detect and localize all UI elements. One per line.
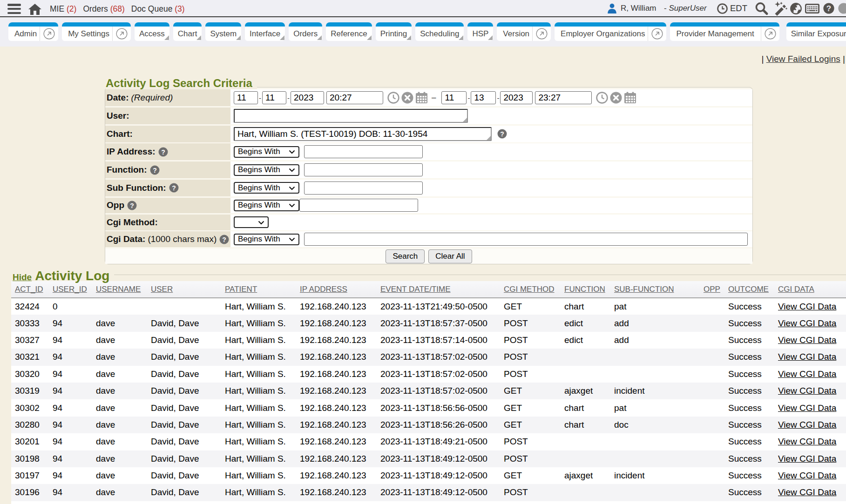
svg-text:?: ?	[500, 130, 504, 138]
svg-text:?: ?	[130, 202, 134, 209]
svg-text:?: ?	[161, 148, 165, 155]
svg-text:?: ?	[222, 235, 226, 243]
svg-text:?: ?	[172, 184, 176, 192]
svg-text:?: ?	[826, 4, 831, 13]
svg-text:?: ?	[153, 166, 157, 174]
